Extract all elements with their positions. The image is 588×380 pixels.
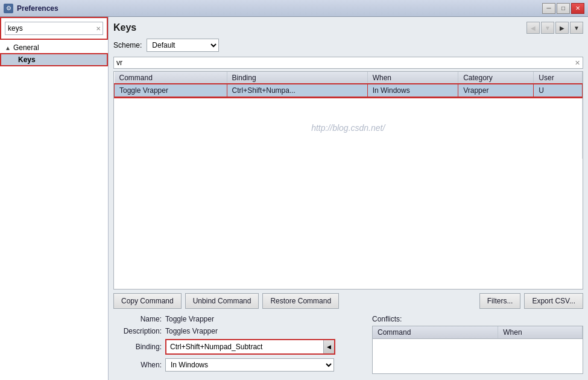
table-row[interactable]: Toggle Vrapper Ctrl+Shift+Numpa... In Wi… bbox=[115, 84, 583, 97]
conflicts-col-when: When bbox=[498, 326, 583, 339]
cell-when: In Windows bbox=[367, 84, 458, 97]
nav-back-dropdown[interactable]: ▼ bbox=[541, 22, 554, 34]
binding-row: Binding: ◀ bbox=[113, 339, 365, 355]
keys-table: Command Binding When Category User Toggl… bbox=[114, 72, 583, 159]
detail-section: Name: Toggle Vrapper Description: Toggle… bbox=[113, 315, 583, 375]
search-clear-icon[interactable]: ✕ bbox=[96, 25, 101, 32]
window-title: Preferences bbox=[17, 4, 58, 13]
minimize-button[interactable]: ─ bbox=[542, 3, 555, 14]
cell-binding: Ctrl+Shift+Numpa... bbox=[227, 84, 367, 97]
sidebar: ✕ ▲ General Keys bbox=[0, 17, 109, 380]
description-value: Toggles Vrapper bbox=[165, 327, 218, 335]
keys-table-container: Command Binding When Category User Toggl… bbox=[113, 71, 583, 290]
nav-forward-button[interactable]: ▶ bbox=[555, 22, 569, 34]
watermark: http://blog.csdn.net/ bbox=[119, 99, 578, 157]
title-bar-left: ⚙ Preferences bbox=[4, 4, 58, 13]
conflicts-label: Conflicts: bbox=[372, 315, 583, 323]
cell-category: Vrapper bbox=[458, 84, 534, 97]
when-select[interactable]: In Windows bbox=[165, 358, 334, 372]
filter-clear-icon[interactable]: ✕ bbox=[575, 59, 580, 67]
conflicts-col-command: Command bbox=[373, 326, 498, 339]
binding-arrow-button[interactable]: ◀ bbox=[323, 340, 334, 353]
name-label: Name: bbox=[113, 315, 162, 323]
cell-user: U bbox=[534, 84, 583, 97]
close-button[interactable]: ✕ bbox=[571, 3, 584, 14]
col-when: When bbox=[367, 72, 458, 84]
when-row: When: In Windows bbox=[113, 358, 365, 372]
name-row: Name: Toggle Vrapper bbox=[113, 315, 365, 323]
conflicts-table-container: Command When bbox=[372, 326, 583, 374]
tree-arrow-icon: ▲ bbox=[5, 45, 11, 51]
description-row: Description: Toggles Vrapper bbox=[113, 327, 365, 335]
when-label: When: bbox=[113, 361, 162, 369]
sidebar-item-general-label: General bbox=[13, 43, 39, 52]
restore-command-button[interactable]: Restore Command bbox=[262, 293, 339, 309]
col-binding: Binding bbox=[227, 72, 367, 84]
description-label: Description: bbox=[113, 327, 162, 335]
title-bar: ⚙ Preferences ─ □ ✕ bbox=[0, 0, 588, 17]
col-user: User bbox=[534, 72, 583, 84]
main-container: ✕ ▲ General Keys Keys ◀ ▼ ▶ ▼ Scheme: bbox=[0, 17, 588, 380]
detail-left: Name: Toggle Vrapper Description: Toggle… bbox=[113, 315, 365, 375]
col-command: Command bbox=[115, 72, 227, 84]
sidebar-item-keys[interactable]: Keys bbox=[0, 53, 108, 66]
window-controls: ─ □ ✕ bbox=[542, 3, 584, 14]
scheme-row: Scheme: Default bbox=[113, 39, 583, 52]
filter-input[interactable] bbox=[116, 59, 575, 67]
name-value: Toggle Vrapper bbox=[165, 315, 214, 323]
search-input[interactable] bbox=[5, 22, 103, 35]
nav-forward-dropdown[interactable]: ▼ bbox=[570, 22, 583, 34]
filters-button[interactable]: Filters... bbox=[479, 293, 521, 309]
scheme-label: Scheme: bbox=[113, 41, 142, 49]
sidebar-search-wrapper: ✕ bbox=[0, 17, 108, 40]
conflicts-table: Command When bbox=[373, 326, 583, 339]
col-category: Category bbox=[458, 72, 534, 84]
filter-row: ✕ bbox=[113, 57, 583, 69]
cell-command: Toggle Vrapper bbox=[115, 84, 227, 97]
copy-command-button[interactable]: Copy Command bbox=[113, 293, 182, 309]
content-header: Keys ◀ ▼ ▶ ▼ bbox=[113, 22, 583, 34]
binding-label: Binding: bbox=[113, 343, 162, 351]
binding-input-wrapper: ◀ bbox=[165, 339, 335, 355]
buttons-row: Copy Command Unbind Command Restore Comm… bbox=[113, 293, 583, 309]
content-area: Keys ◀ ▼ ▶ ▼ Scheme: Default ✕ bbox=[109, 17, 588, 380]
binding-input[interactable] bbox=[166, 340, 323, 353]
page-title: Keys bbox=[113, 22, 136, 33]
export-csv-button[interactable]: Export CSV... bbox=[524, 293, 583, 309]
nav-back-button[interactable]: ◀ bbox=[526, 22, 540, 34]
detail-right: Conflicts: Command When bbox=[372, 315, 583, 375]
unbind-command-button[interactable]: Unbind Command bbox=[185, 293, 259, 309]
nav-arrows: ◀ ▼ ▶ ▼ bbox=[526, 22, 583, 34]
scheme-select[interactable]: Default bbox=[147, 39, 219, 52]
sidebar-item-general[interactable]: ▲ General bbox=[0, 42, 108, 53]
app-icon: ⚙ bbox=[4, 4, 13, 13]
sidebar-item-keys-label: Keys bbox=[18, 55, 36, 64]
sidebar-tree: ▲ General Keys bbox=[0, 40, 108, 380]
maximize-button[interactable]: □ bbox=[557, 3, 570, 14]
